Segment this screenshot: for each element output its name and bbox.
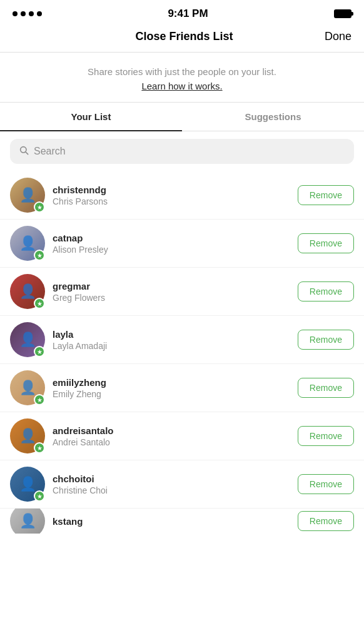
- star-icon: ★: [37, 397, 43, 403]
- search-container: Search: [0, 131, 364, 171]
- remove-button[interactable]: Remove: [298, 330, 354, 350]
- tabs-container: Your List Suggestions: [0, 103, 364, 131]
- friend-info: catnap Alison Presley: [53, 233, 290, 255]
- search-box[interactable]: Search: [10, 139, 354, 164]
- tab-suggestions[interactable]: Suggestions: [182, 103, 364, 131]
- friend-username: gregmar: [53, 281, 290, 291]
- learn-how-link[interactable]: Learn how it works.: [141, 81, 222, 91]
- friend-username: catnap: [53, 233, 290, 243]
- avatar-wrapper: 👤: [10, 509, 45, 534]
- friend-name: Alison Presley: [53, 245, 290, 255]
- header: Close Friends List Done: [0, 25, 364, 53]
- signal-dots: [13, 11, 42, 16]
- friend-name: Emily Zheng: [53, 389, 290, 399]
- avatar-wrapper: 👤 ★: [10, 322, 45, 357]
- avatar-wrapper: 👤 ★: [10, 226, 45, 261]
- svg-line-1: [26, 152, 28, 154]
- remove-button[interactable]: Remove: [298, 185, 354, 205]
- friend-info: gregmar Greg Flowers: [53, 281, 290, 303]
- friend-username: chchoitoi: [53, 474, 290, 484]
- star-icon: ★: [37, 204, 43, 211]
- friend-info: kstang: [53, 516, 290, 527]
- battery-icon: [334, 9, 351, 18]
- done-button[interactable]: Done: [325, 30, 351, 43]
- remove-button[interactable]: Remove: [298, 233, 354, 253]
- friends-list: 👤 ★ christenndg Chris Parsons Remove 👤 ★…: [0, 171, 364, 534]
- dot-4: [37, 11, 42, 16]
- friend-info: emiilyzheng Emily Zheng: [53, 377, 290, 399]
- star-icon: ★: [37, 252, 43, 259]
- list-item: 👤 kstang Remove: [0, 509, 364, 534]
- page-title: Close Friends List: [135, 30, 233, 43]
- avatar-wrapper: 👤 ★: [10, 467, 45, 502]
- close-friends-badge: ★: [34, 346, 45, 357]
- dot-2: [21, 11, 26, 16]
- star-icon: ★: [37, 300, 43, 307]
- avatar-wrapper: 👤 ★: [10, 178, 45, 213]
- remove-button[interactable]: Remove: [298, 474, 354, 494]
- friend-username: emiilyzheng: [53, 377, 290, 388]
- friend-name: Christine Choi: [53, 485, 290, 495]
- search-placeholder: Search: [34, 146, 66, 157]
- avatar-wrapper: 👤 ★: [10, 418, 45, 453]
- status-time: 9:41 PM: [168, 8, 208, 20]
- close-friends-badge: ★: [34, 442, 45, 453]
- list-item: 👤 ★ chchoitoi Christine Choi Remove: [0, 460, 364, 509]
- info-section: Share stories with just the people on yo…: [0, 53, 364, 103]
- list-item: 👤 ★ gregmar Greg Flowers Remove: [0, 268, 364, 316]
- dot-1: [13, 11, 18, 16]
- list-item: 👤 ★ catnap Alison Presley Remove: [0, 220, 364, 268]
- friend-info: andreisantalo Andrei Santalo: [53, 425, 290, 447]
- star-icon: ★: [37, 348, 43, 355]
- search-icon: [19, 145, 29, 158]
- friend-username: andreisantalo: [53, 425, 290, 436]
- friend-username: layla: [53, 329, 290, 340]
- friend-name: Chris Parsons: [53, 196, 290, 206]
- status-bar: 9:41 PM: [0, 0, 364, 25]
- close-friends-badge: ★: [34, 394, 45, 405]
- friend-info: christenndg Chris Parsons: [53, 185, 290, 206]
- friend-name: Layla Amadaji: [53, 341, 290, 351]
- remove-button[interactable]: Remove: [298, 378, 354, 398]
- close-friends-badge: ★: [34, 201, 45, 213]
- remove-button[interactable]: Remove: [298, 426, 354, 446]
- close-friends-badge: ★: [34, 298, 45, 309]
- tab-your-list[interactable]: Your List: [0, 103, 182, 131]
- friend-username: kstang: [53, 516, 290, 527]
- avatar-wrapper: 👤 ★: [10, 274, 45, 309]
- remove-button[interactable]: Remove: [298, 511, 354, 531]
- close-friends-badge: ★: [34, 490, 45, 502]
- star-icon: ★: [37, 493, 43, 500]
- friend-info: chchoitoi Christine Choi: [53, 474, 290, 495]
- avatar: 👤: [10, 509, 45, 534]
- avatar-wrapper: 👤 ★: [10, 370, 45, 405]
- friend-name: Greg Flowers: [53, 293, 290, 303]
- remove-button[interactable]: Remove: [298, 281, 354, 301]
- info-description: Share stories with just the people on yo…: [19, 65, 345, 78]
- dot-3: [29, 11, 34, 16]
- friend-username: christenndg: [53, 185, 290, 195]
- list-item: 👤 ★ emiilyzheng Emily Zheng Remove: [0, 364, 364, 412]
- list-item: 👤 ★ layla Layla Amadaji Remove: [0, 316, 364, 364]
- star-icon: ★: [37, 445, 43, 452]
- list-item: 👤 ★ christenndg Chris Parsons Remove: [0, 171, 364, 220]
- list-item: 👤 ★ andreisantalo Andrei Santalo Remove: [0, 412, 364, 460]
- close-friends-badge: ★: [34, 250, 45, 261]
- friend-name: Andrei Santalo: [53, 437, 290, 447]
- friend-info: layla Layla Amadaji: [53, 329, 290, 351]
